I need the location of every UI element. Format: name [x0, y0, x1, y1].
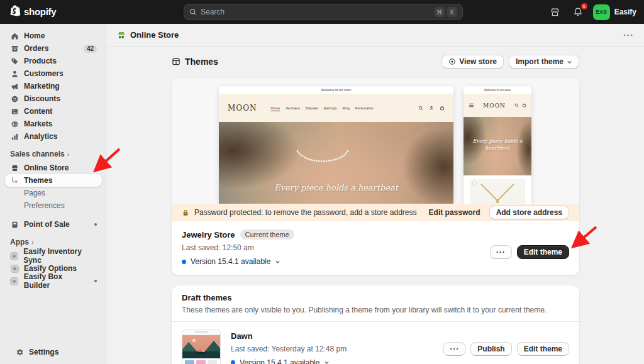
storefront-hero-mobile: Every piece holds a heartbeat [464, 117, 531, 175]
sidebar-item-easify-inventory-sync[interactable]: Easify Inventory Sync [5, 250, 102, 262]
draft-theme-version-row[interactable]: Version 15.4.1 available [231, 358, 443, 364]
current-theme-more-button[interactable]: ··· [490, 245, 512, 259]
sidebar: Home Orders 42 Products Customers Market… [0, 24, 107, 364]
online-store-icon [10, 164, 19, 172]
necklace-graphic [294, 150, 351, 170]
discount-icon [10, 95, 19, 103]
topbar: shopify ⌘ K 1 EAS Easify [0, 0, 644, 24]
draft-theme-info: Dawn Last saved: Yesterday at 12:48 pm V… [231, 331, 443, 364]
themes-icon [172, 57, 180, 66]
sidebar-item-online-store[interactable]: Online Store [5, 162, 102, 174]
bar-chart-icon [10, 133, 19, 141]
add-store-address-button[interactable]: Add store address [489, 206, 569, 219]
dawn-theme-thumbnail [182, 329, 221, 364]
draft-edit-theme-button[interactable]: Edit theme [517, 342, 569, 356]
shopify-wordmark: shopify [24, 6, 56, 17]
notifications-button[interactable]: 1 [570, 4, 586, 19]
sidebar-item-products[interactable]: Products [5, 55, 102, 67]
app-icon [10, 277, 19, 285]
person-icon [10, 70, 19, 78]
shopify-logo[interactable]: shopify [9, 5, 56, 18]
theme-preview-area: Welcome to our store MOON Home Necklace … [172, 78, 579, 204]
pos-icon [10, 221, 19, 229]
app-icon [10, 265, 19, 273]
sidebar-item-discounts[interactable]: Discounts [5, 92, 102, 105]
preview-announcement-bar: Welcome to our store [464, 86, 531, 94]
draft-themes-title: Draft themes [182, 293, 569, 302]
storefront-cart-icon [522, 103, 526, 108]
themes-title-row: Themes View store Import theme [172, 55, 579, 69]
app-icon [10, 252, 18, 260]
draft-themes-card: Draft themes These themes are only visib… [172, 285, 579, 364]
sidebar-item-preferences[interactable]: Preferences [5, 199, 102, 212]
draft-theme-actions: ··· Publish Edit theme [443, 342, 569, 356]
current-theme-name: Jewelry Store [182, 230, 235, 240]
chevron-down-icon [567, 59, 572, 65]
draft-theme-last-saved: Last saved: Yesterday at 12:48 pm [231, 345, 443, 353]
apps-section[interactable]: Apps › [10, 238, 97, 246]
storefront-logo: MOON [228, 104, 257, 113]
zoom-badge-icon [472, 182, 477, 186]
chevron-right-icon: › [31, 238, 34, 246]
sidebar-item-markets[interactable]: Markets [5, 118, 102, 130]
media-icon [10, 108, 19, 116]
page-header-title: Online Store [117, 30, 179, 40]
hero-text: Every piece holds a heartbeat [464, 138, 531, 152]
sidebar-item-settings[interactable]: Settings [10, 346, 97, 358]
tree-elbow-icon [10, 177, 19, 184]
theme-preview-mobile: Welcome to our store MOON Every piece ho… [464, 86, 531, 204]
storefront-nav: Home Necklace Bracelet Earrings Ring Per… [270, 106, 373, 110]
account-name: Easify [614, 8, 636, 16]
megaphone-icon [10, 82, 19, 91]
draft-themes-header: Draft themes These themes are only visib… [172, 285, 579, 322]
home-icon [10, 32, 19, 40]
search-input[interactable] [201, 8, 432, 16]
themes-page-title: Themes [172, 57, 218, 67]
edit-password-link[interactable]: Edit password [429, 208, 480, 217]
edit-theme-button[interactable]: Edit theme [517, 245, 569, 259]
current-theme-card: Welcome to our store MOON Home Necklace … [172, 78, 579, 275]
global-search[interactable]: ⌘ K [184, 4, 463, 20]
theme-preview-desktop: Welcome to our store MOON Home Necklace … [219, 86, 453, 204]
sidebar-item-content[interactable]: Content [5, 105, 102, 118]
draft-theme-row: Dawn Last saved: Yesterday at 12:48 pm V… [172, 322, 579, 364]
draft-theme-more-button[interactable]: ··· [443, 342, 465, 356]
account-menu[interactable]: EAS Easify [593, 4, 636, 20]
chevron-down-icon [275, 259, 280, 265]
gear-icon [15, 348, 24, 356]
sidebar-item-easify-box-builder[interactable]: Easify Box Builder [5, 275, 102, 287]
sidebar-item-themes[interactable]: Themes [5, 174, 102, 187]
preview-storefront-header-mobile: MOON [464, 94, 531, 117]
storefront-logo: MOON [483, 102, 506, 109]
globe-icon [10, 120, 19, 128]
hamburger-menu-icon [469, 102, 474, 108]
chevron-down-icon [324, 360, 330, 364]
sales-channels-section[interactable]: Sales channels › [10, 150, 97, 158]
lock-icon [182, 209, 189, 217]
storefront-search-icon [418, 106, 423, 111]
import-theme-button[interactable]: Import theme [509, 55, 579, 69]
storefront-search-icon [514, 103, 519, 108]
publish-button[interactable]: Publish [470, 342, 511, 356]
draft-themes-description: These themes are only visible to you. Pu… [182, 306, 569, 314]
password-banner-message: Password protected: to remove the passwo… [194, 208, 417, 217]
chevron-right-icon: › [67, 150, 70, 158]
search-icon [189, 8, 197, 16]
sidebar-item-pages[interactable]: Pages [5, 187, 102, 199]
necklace-product-graphic [479, 184, 516, 204]
sidebar-item-marketing[interactable]: Marketing [5, 80, 102, 92]
orders-count-badge: 42 [84, 45, 97, 53]
preview-storefront-header: MOON Home Necklace Bracelet Earrings Rin… [219, 94, 453, 122]
page-header: Online Store ··· [107, 24, 644, 47]
sidebar-item-customers[interactable]: Customers [5, 67, 102, 80]
shopify-admin-themes-page: { "topbar": { "brand": "shopify", "searc… [0, 0, 644, 364]
page-header-more-button[interactable]: ··· [623, 30, 634, 40]
sidebar-item-point-of-sale[interactable]: Point of Sale [5, 218, 102, 231]
notification-count-badge: 1 [580, 3, 588, 10]
view-store-button[interactable]: View store [441, 55, 504, 69]
sidebar-item-analytics[interactable]: Analytics [5, 130, 102, 143]
sidebar-item-home[interactable]: Home [5, 30, 102, 42]
view-icon [448, 58, 456, 65]
sidebar-item-orders[interactable]: Orders 42 [5, 42, 102, 55]
store-switcher-button[interactable] [548, 4, 563, 19]
